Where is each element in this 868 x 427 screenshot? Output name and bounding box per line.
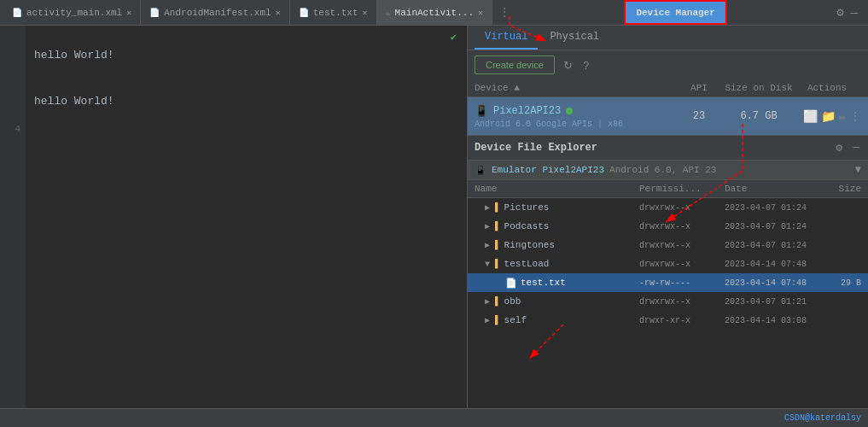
close-icon-0[interactable]: ✕ [126, 8, 131, 18]
col-perm-header: Permissi... [639, 184, 725, 194]
dm-tab-virtual[interactable]: Virtual [475, 26, 538, 50]
file-row-ringtones[interactable]: ▶ ▌ Ringtones drwxrwx--x 2023-04-07 01:2… [468, 236, 868, 254]
tab-main-activity[interactable]: ☕ MainActivit... ✕ [377, 0, 492, 25]
device-row-pixel2api23[interactable]: 📱 Pixel2API23 Android 6.0 Google APIs | … [468, 97, 868, 135]
line-num [0, 91, 26, 106]
device-edit-icon[interactable]: ✏ [839, 109, 846, 124]
right-panel: Virtual Physical Create device ↻ ? Devic… [467, 26, 868, 408]
chevron-icon: ▶ [485, 315, 495, 325]
chevron-icon: ▶ [485, 221, 495, 231]
chevron-icon: ▶ [485, 296, 495, 307]
dm-tab-physical[interactable]: Physical [539, 26, 609, 50]
file-name-self: self [504, 315, 639, 325]
folder-icon: ▌ [495, 315, 501, 325]
file-row-podcasts[interactable]: ▶ ▌ Podcasts drwxrwx--x 2023-04-07 01:24 [468, 217, 868, 236]
dfe-file-header: Name Permissi... Date Size [468, 180, 868, 198]
dfe-minimize-icon[interactable]: — [851, 141, 861, 155]
file-date-ringtones: 2023-04-07 01:24 [725, 241, 818, 250]
file-row-self[interactable]: ▶ ▌ self drwxr-xr-x 2023-04-14 03:08 [468, 311, 868, 330]
dfe-device-label: 📱 Emulator Pixel2API23 Android 6.0, API … [475, 165, 855, 176]
device-more-icon[interactable]: ⋮ [849, 109, 861, 124]
device-size-value: 6.7 GB [725, 110, 793, 122]
code-line: hello World! [34, 94, 458, 109]
more-tabs-button[interactable]: ⋮ [494, 0, 515, 25]
device-manager-tab[interactable]: Device Manager [624, 0, 726, 25]
close-icon-2[interactable]: ✕ [363, 8, 368, 18]
dfe-settings-icon[interactable]: ⚙ [834, 141, 844, 155]
file-perm-ringtones: drwxrwx--x [639, 241, 725, 250]
editor-area: 4 hello World! hello World! ✔ [0, 26, 467, 408]
sync-checkmark: ✔ [451, 31, 460, 44]
dfe-device-info-text: Android 6.0, API 23 [609, 165, 716, 175]
chevron-icon: ▼ [485, 260, 495, 269]
dfe-device-icon: 📱 [475, 165, 486, 176]
dropdown-arrow-icon[interactable]: ▼ [855, 164, 861, 176]
file-perm-testload: drwxrwx--x [639, 260, 725, 269]
file-date-pictures: 2023-04-07 01:24 [725, 203, 818, 213]
code-line [34, 32, 458, 48]
file-row-pictures[interactable]: ▶ ▌ Pictures drwxrwx--x 2023-04-07 01:24 [468, 198, 868, 217]
refresh-button[interactable]: ↻ [562, 59, 574, 72]
folder-icon: ▌ [495, 259, 501, 269]
folder-icon: ▌ [495, 296, 501, 307]
col-size-header-2: Size [818, 184, 861, 194]
file-row-test-txt[interactable]: 📄 test.txt -rw-rw---- 2023-04-14 07:48 2… [468, 273, 868, 292]
status-bar: CSDN@katerdalsy [0, 408, 868, 427]
txt-icon: 📄 [299, 8, 309, 18]
device-folder-icon[interactable]: 📁 [821, 109, 836, 124]
tab-activity-main[interactable]: 📄 activity_main.xml ✕ [3, 0, 141, 25]
line-num [0, 29, 26, 44]
help-button[interactable]: ? [581, 59, 591, 72]
file-list: ▶ ▌ Pictures drwxrwx--x 2023-04-07 01:24… [468, 198, 868, 408]
file-perm-podcasts: drwxrwx--x [639, 222, 725, 231]
file-size-test-txt: 29 B [818, 278, 861, 288]
file-perm-test-txt: -rw-rw---- [639, 278, 725, 288]
file-name-testload: testLoad [504, 259, 639, 269]
file-date-podcasts: 2023-04-07 01:24 [725, 222, 818, 231]
file-name-pictures: Pictures [504, 202, 639, 213]
editor-gutter: 4 [0, 26, 26, 408]
device-sub-info: Android 6.0 Google APIs | x86 [475, 120, 673, 129]
col-actions-header: Actions [793, 83, 861, 93]
code-line [34, 125, 458, 140]
file-name-test-txt: test.txt [521, 278, 639, 288]
xml-icon: 📄 [12, 8, 22, 18]
code-line [34, 79, 458, 94]
file-row-obb[interactable]: ▶ ▌ obb drwxrwx--x 2023-04-07 01:21 [468, 292, 868, 311]
line-num [0, 44, 26, 60]
dfe-device-name: Emulator Pixel2API23 [492, 165, 604, 175]
file-date-obb: 2023-04-07 01:21 [725, 297, 818, 307]
status-right: CSDN@katerdalsy [784, 413, 861, 423]
tab-bar: 📄 activity_main.xml ✕ 📄 AndroidManifest.… [0, 0, 868, 26]
chevron-icon: ▶ [485, 202, 495, 213]
dfe-header: Device File Explorer ⚙ — [468, 136, 868, 161]
line-num: 4 [0, 121, 26, 137]
line-num [0, 75, 26, 91]
close-icon-3[interactable]: ✕ [478, 8, 483, 18]
folder-icon: ▌ [495, 240, 501, 250]
editor-content[interactable]: hello World! hello World! [26, 29, 467, 143]
device-actions: ⬜ 📁 ✏ ⋮ [793, 109, 861, 124]
file-name-ringtones: Ringtones [504, 240, 639, 250]
dm-table-header: Device ▲ API Size on Disk Actions [468, 79, 868, 97]
main-layout: 4 hello World! hello World! ✔ Virtual [0, 26, 868, 408]
code-line [34, 109, 458, 125]
device-stop-icon[interactable]: ⬜ [803, 109, 818, 124]
line-num [0, 60, 26, 75]
toolbar-right: ⚙ — [836, 5, 865, 20]
minimize-icon[interactable]: — [851, 6, 858, 20]
file-perm-self: drwxr-xr-x [639, 316, 725, 325]
dfe-device-bar[interactable]: 📱 Emulator Pixel2API23 Android 6.0, API … [468, 161, 868, 180]
file-icon: 📄 [505, 278, 517, 289]
code-line [34, 63, 458, 79]
file-row-testload[interactable]: ▼ ▌ testLoad drwxrwx--x 2023-04-14 07:48 [468, 254, 868, 273]
tab-android-manifest[interactable]: 📄 AndroidManifest.xml ✕ [141, 0, 289, 25]
create-device-button[interactable]: Create device [475, 56, 555, 74]
chevron-icon: ▶ [485, 240, 495, 250]
file-date-testload: 2023-04-14 07:48 [725, 260, 818, 269]
settings-icon[interactable]: ⚙ [836, 5, 843, 20]
tab-test-txt[interactable]: 📄 test.txt ✕ [290, 0, 377, 25]
device-status-dot [566, 108, 573, 114]
close-icon-1[interactable]: ✕ [276, 8, 281, 18]
folder-icon: ▌ [495, 202, 501, 213]
